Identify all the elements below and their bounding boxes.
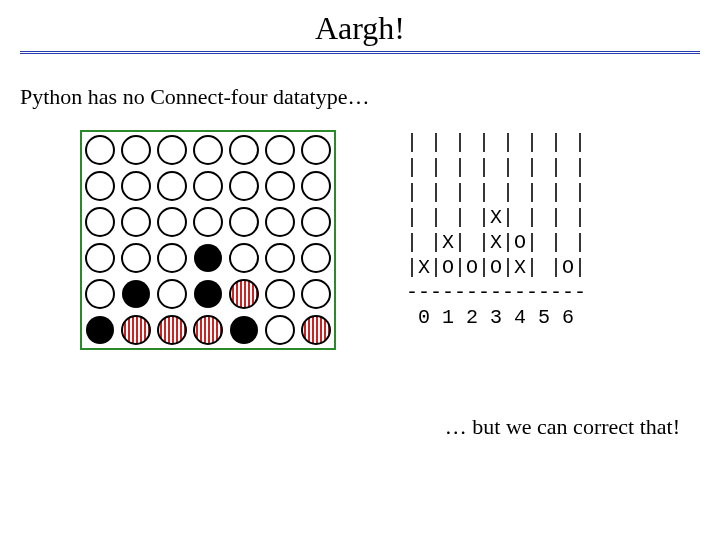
svg-point-11: [230, 172, 258, 200]
svg-point-10: [194, 172, 222, 200]
empty-circle: [262, 276, 298, 312]
svg-point-14: [86, 208, 114, 236]
red-stripe-piece: [190, 312, 226, 348]
svg-point-23: [158, 244, 186, 272]
svg-point-30: [158, 280, 186, 308]
empty-circle: [298, 168, 334, 204]
empty-circle: [298, 240, 334, 276]
svg-point-28: [86, 280, 114, 308]
empty-circle: [82, 168, 118, 204]
empty-circle: [226, 240, 262, 276]
svg-point-20: [302, 208, 330, 236]
ascii-board: | | | | | | | | | | | | | | | | | | | | …: [406, 130, 586, 330]
svg-point-1: [122, 136, 150, 164]
empty-circle: [118, 240, 154, 276]
empty-circle: [154, 168, 190, 204]
empty-circle: [226, 168, 262, 204]
svg-point-4: [230, 136, 258, 164]
svg-point-18: [230, 208, 258, 236]
red-stripe-piece: [154, 312, 190, 348]
board-grid: [82, 132, 334, 348]
empty-circle: [118, 132, 154, 168]
svg-point-6: [302, 136, 330, 164]
svg-point-15: [122, 208, 150, 236]
svg-point-17: [194, 208, 222, 236]
svg-point-43: [158, 316, 186, 344]
empty-circle: [118, 204, 154, 240]
svg-point-16: [158, 208, 186, 236]
black-piece: [190, 240, 226, 276]
svg-point-34: [230, 280, 258, 308]
red-stripe-piece: [226, 276, 262, 312]
svg-point-29: [122, 280, 150, 308]
empty-circle: [298, 132, 334, 168]
empty-circle: [226, 204, 262, 240]
empty-circle: [190, 168, 226, 204]
empty-circle: [118, 168, 154, 204]
svg-point-7: [86, 172, 114, 200]
svg-point-36: [302, 280, 330, 308]
black-piece: [82, 312, 118, 348]
empty-circle: [190, 132, 226, 168]
svg-point-35: [266, 280, 294, 308]
black-piece: [190, 276, 226, 312]
empty-circle: [190, 204, 226, 240]
connect-four-board: [80, 130, 336, 350]
svg-point-2: [158, 136, 186, 164]
empty-circle: [262, 204, 298, 240]
empty-circle: [262, 132, 298, 168]
empty-circle: [82, 276, 118, 312]
svg-point-3: [194, 136, 222, 164]
board-row: [82, 276, 334, 312]
svg-point-0: [86, 136, 114, 164]
empty-circle: [82, 240, 118, 276]
svg-point-26: [266, 244, 294, 272]
subtitle: Python has no Connect-four datatype…: [0, 54, 720, 120]
empty-circle: [262, 168, 298, 204]
svg-point-12: [266, 172, 294, 200]
svg-point-25: [230, 244, 258, 272]
empty-circle: [82, 204, 118, 240]
svg-point-47: [230, 316, 258, 344]
footer-text: … but we can correct that!: [445, 414, 680, 440]
svg-point-8: [122, 172, 150, 200]
empty-circle: [154, 240, 190, 276]
red-stripe-piece: [118, 312, 154, 348]
svg-point-13: [302, 172, 330, 200]
empty-circle: [154, 132, 190, 168]
svg-point-21: [86, 244, 114, 272]
black-piece: [118, 276, 154, 312]
board-row: [82, 312, 334, 348]
svg-point-27: [302, 244, 330, 272]
board-row: [82, 240, 334, 276]
svg-point-24: [194, 244, 222, 272]
empty-circle: [154, 276, 190, 312]
black-piece: [226, 312, 262, 348]
empty-circle: [262, 312, 298, 348]
board-row: [82, 132, 334, 168]
empty-circle: [298, 204, 334, 240]
svg-point-48: [266, 316, 294, 344]
empty-circle: [82, 132, 118, 168]
svg-point-9: [158, 172, 186, 200]
svg-point-31: [194, 280, 222, 308]
svg-point-5: [266, 136, 294, 164]
board-row: [82, 204, 334, 240]
red-stripe-piece: [298, 312, 334, 348]
svg-point-22: [122, 244, 150, 272]
empty-circle: [298, 276, 334, 312]
empty-circle: [226, 132, 262, 168]
svg-point-37: [86, 316, 114, 344]
svg-point-40: [122, 316, 150, 344]
empty-circle: [154, 204, 190, 240]
empty-circle: [262, 240, 298, 276]
content-row: | | | | | | | | | | | | | | | | | | | | …: [0, 120, 720, 350]
svg-point-19: [266, 208, 294, 236]
svg-point-46: [194, 316, 222, 344]
svg-point-51: [302, 316, 330, 344]
page-title: Aargh!: [0, 0, 720, 51]
board-row: [82, 168, 334, 204]
